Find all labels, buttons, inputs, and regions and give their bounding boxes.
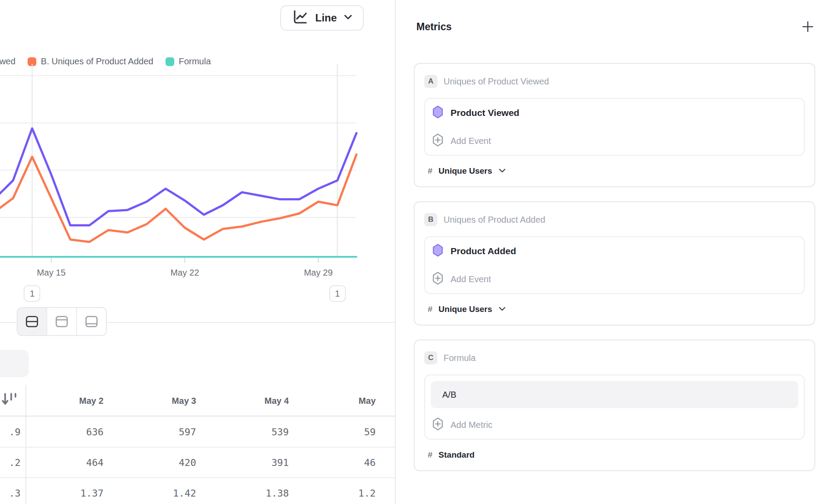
table-sort-header[interactable]: [0, 385, 24, 416]
table-header-cell[interactable]: May 2: [24, 385, 117, 416]
table-cell: .2: [9, 457, 21, 468]
table-cell: 539: [209, 416, 302, 447]
table-cell: 391: [209, 447, 302, 478]
number-type-icon: #: [428, 304, 433, 314]
table-cell: 464: [24, 447, 117, 478]
add-metric-label: Add Metric: [451, 420, 493, 430]
chart-pane: Line A. Uniques of Product Viewed B. Uni…: [0, 0, 395, 504]
table-cell: 636: [24, 416, 117, 447]
metric-card-title: Formula: [444, 353, 475, 363]
hexagon-plus-icon: [432, 272, 444, 287]
event-row-product-added[interactable]: Product Added: [425, 237, 804, 265]
metric-card-c: C Formula A/B Add Metric # Standard: [414, 340, 815, 471]
annotation-badge[interactable]: 1: [24, 285, 40, 302]
table-header-cell[interactable]: May 3: [116, 385, 209, 416]
measure-selector[interactable]: # Standard: [424, 450, 805, 460]
event-name: Product Added: [451, 246, 516, 256]
table-cell: 46: [302, 447, 395, 478]
table-cell: .3: [9, 488, 21, 499]
metric-letter-badge: C: [424, 351, 437, 364]
measure-name: Unique Users: [439, 304, 492, 314]
hexagon-plus-icon: [432, 133, 444, 148]
table-cell: 59: [302, 416, 395, 447]
table-header-cell[interactable]: May 4: [209, 385, 302, 416]
metric-card-a: A Uniques of Product Viewed Product View…: [414, 63, 815, 187]
x-axis-label: May 15: [21, 268, 82, 278]
measure-selector[interactable]: # Unique Users: [424, 166, 805, 176]
table-row: .3 1.37 1.42 1.38 1.2: [0, 478, 395, 504]
measure-name: Standard: [439, 450, 475, 460]
add-event-label: Add Event: [451, 274, 491, 284]
add-metric-button[interactable]: Add Metric: [425, 411, 804, 439]
add-event-label: Add Event: [451, 136, 491, 146]
panel-title: Metrics: [416, 21, 452, 33]
sort-descending-icon: [1, 392, 23, 409]
table-cell: 420: [117, 447, 210, 478]
metric-letter-badge: B: [424, 213, 437, 226]
view-toggle-panel-top[interactable]: [47, 308, 77, 335]
table-cell: 1.42: [117, 478, 210, 504]
table-row: .2 464 420 391 46: [0, 447, 395, 478]
measure-selector[interactable]: # Unique Users: [424, 304, 805, 314]
view-layout-toggle: [17, 307, 107, 336]
table-cell: 1.2: [302, 478, 395, 504]
table-header-cell[interactable]: May: [302, 385, 395, 416]
hexagon-plus-icon: [432, 417, 444, 432]
view-toggle-split-rows[interactable]: [18, 308, 47, 335]
measure-name: Unique Users: [439, 166, 492, 176]
metric-card-title: Uniques of Product Viewed: [444, 77, 549, 87]
chevron-down-icon: [344, 14, 352, 22]
formula-input[interactable]: A/B: [431, 381, 798, 408]
event-hexagon-icon: [432, 244, 444, 259]
annotation-badge[interactable]: 1: [329, 285, 346, 302]
x-axis-label: May 22: [154, 268, 215, 278]
metric-letter-badge: A: [424, 75, 437, 88]
metrics-panel: Metrics A Uniques of Product Viewed Pro: [396, 0, 831, 504]
metric-card-title: Uniques of Product Added: [444, 215, 545, 225]
number-type-icon: #: [428, 166, 433, 176]
table-corner-pill: [0, 350, 29, 377]
number-type-icon: #: [428, 450, 433, 460]
table-header-row: May 2 May 3 May 4 May: [0, 385, 395, 416]
table-cell: 1.38: [209, 478, 302, 504]
table-cell: 1.37: [24, 478, 117, 504]
table-cell: .9: [9, 427, 21, 438]
add-metric-plus-icon[interactable]: [800, 19, 815, 34]
table-cell: 597: [117, 416, 210, 447]
event-row-product-viewed[interactable]: Product Viewed: [425, 99, 804, 127]
event-name: Product Viewed: [451, 108, 519, 118]
table-row: .9 636 597 539 59: [0, 416, 395, 447]
chevron-down-icon: [498, 167, 506, 175]
event-hexagon-icon: [432, 105, 444, 120]
chart-type-dropdown[interactable]: Line: [280, 5, 364, 31]
metric-card-b: B Uniques of Product Added Product Added…: [414, 201, 815, 326]
add-event-button[interactable]: Add Event: [425, 265, 804, 293]
line-chart-icon: [292, 9, 308, 27]
chart-type-label: Line: [315, 12, 337, 24]
add-event-button[interactable]: Add Event: [425, 127, 804, 155]
line-chart-canvas[interactable]: [0, 61, 395, 267]
x-axis-label: May 29: [288, 268, 349, 278]
chevron-down-icon: [498, 305, 506, 313]
view-toggle-panel-bottom[interactable]: [77, 308, 106, 335]
